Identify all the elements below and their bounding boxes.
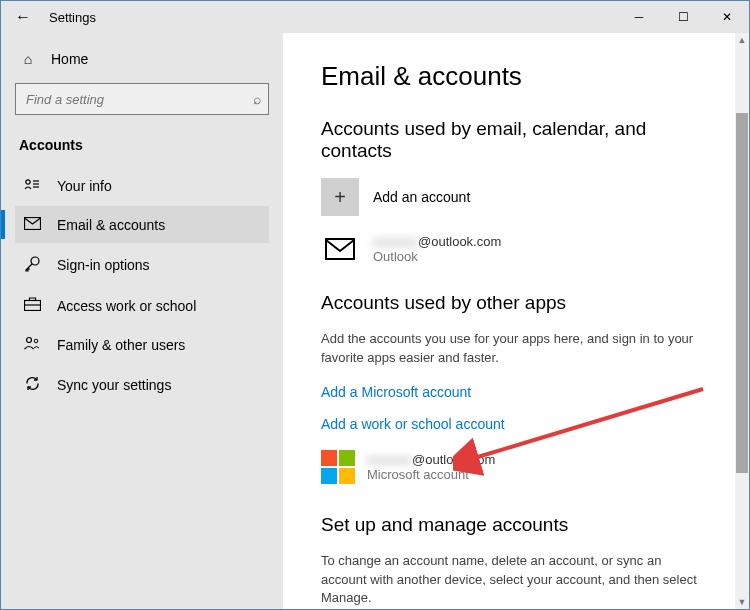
arrow-left-icon: ← <box>15 8 31 25</box>
section-other-apps-desc: Add the accounts you use for your apps h… <box>321 330 701 368</box>
microsoft-account-item[interactable]: xxxxxx @outlook.com Microsoft account <box>321 450 705 484</box>
sidebar-item-signin-options[interactable]: Sign-in options <box>15 245 269 285</box>
sidebar-item-email-accounts[interactable]: Email & accounts <box>15 206 269 243</box>
page-title: Email & accounts <box>321 61 705 92</box>
briefcase-icon <box>23 297 41 314</box>
svg-rect-10 <box>326 239 354 259</box>
account-email: xxxxxx @outlook.com <box>373 234 501 249</box>
minimize-button[interactable]: ─ <box>617 1 661 33</box>
window-title: Settings <box>49 10 96 25</box>
section-email-calendar-title: Accounts used by email, calendar, and co… <box>321 118 705 162</box>
sidebar-item-label: Sync your settings <box>57 377 171 393</box>
add-account-button[interactable]: + Add an account <box>321 178 705 216</box>
titlebar: ← Settings ─ ☐ ✕ <box>1 1 749 33</box>
maximize-button[interactable]: ☐ <box>661 1 705 33</box>
svg-point-5 <box>31 257 39 265</box>
maximize-icon: ☐ <box>678 10 689 24</box>
person-card-icon <box>23 177 41 194</box>
sidebar-item-family-users[interactable]: Family & other users <box>15 326 269 363</box>
sidebar-item-label: Email & accounts <box>57 217 165 233</box>
microsoft-logo-icon <box>321 450 355 484</box>
sidebar-item-label: Your info <box>57 178 112 194</box>
section-setup-manage-desc: To change an account name, delete an acc… <box>321 552 701 609</box>
settings-window: ← Settings ─ ☐ ✕ ⌂ Home ⌕ Accounts Your … <box>0 0 750 610</box>
sidebar-category: Accounts <box>15 133 269 165</box>
people-icon <box>23 336 41 353</box>
close-button[interactable]: ✕ <box>705 1 749 33</box>
add-work-school-account-link[interactable]: Add a work or school account <box>321 412 705 444</box>
add-microsoft-account-link[interactable]: Add a Microsoft account <box>321 380 705 412</box>
scrollbar-down-button[interactable]: ▼ <box>735 595 749 609</box>
sidebar-item-label: Sign-in options <box>57 257 150 273</box>
sidebar-item-label: Family & other users <box>57 337 185 353</box>
sidebar-item-label: Access work or school <box>57 298 196 314</box>
section-other-apps-title: Accounts used by other apps <box>321 292 705 314</box>
svg-point-0 <box>26 180 30 184</box>
home-icon: ⌂ <box>19 51 37 67</box>
svg-point-8 <box>27 338 32 343</box>
scrollbar[interactable]: ▲ ▼ <box>735 33 749 609</box>
redacted-username: xxxxxx <box>373 234 418 249</box>
close-icon: ✕ <box>722 10 732 24</box>
svg-point-9 <box>34 339 38 343</box>
chevron-down-icon: ▼ <box>738 597 747 607</box>
account-email: xxxxxx @outlook.com <box>367 452 495 467</box>
minimize-icon: ─ <box>635 10 644 24</box>
redacted-username: xxxxxx <box>367 452 412 467</box>
sidebar-item-sync-settings[interactable]: Sync your settings <box>15 365 269 405</box>
key-icon <box>23 255 41 275</box>
home-label: Home <box>51 51 88 67</box>
scrollbar-up-button[interactable]: ▲ <box>735 33 749 47</box>
sidebar-item-access-work-school[interactable]: Access work or school <box>15 287 269 324</box>
envelope-icon <box>321 230 359 268</box>
scrollbar-thumb[interactable] <box>736 113 748 473</box>
home-button[interactable]: ⌂ Home <box>15 43 269 83</box>
sync-icon <box>23 375 41 395</box>
mail-icon <box>23 216 41 233</box>
sidebar: ⌂ Home ⌕ Accounts Your info Email & acco… <box>1 33 283 609</box>
add-account-label: Add an account <box>373 189 470 205</box>
account-type: Microsoft account <box>367 467 495 482</box>
plus-icon: + <box>321 178 359 216</box>
back-button[interactable]: ← <box>1 8 45 26</box>
account-provider: Outlook <box>373 249 501 264</box>
chevron-up-icon: ▲ <box>738 35 747 45</box>
outlook-account-item[interactable]: xxxxxx @outlook.com Outlook <box>321 230 705 268</box>
main-content: Email & accounts Accounts used by email,… <box>283 33 749 609</box>
search-input[interactable] <box>15 83 269 115</box>
sidebar-item-your-info[interactable]: Your info <box>15 167 269 204</box>
section-setup-manage-title: Set up and manage accounts <box>321 514 705 536</box>
